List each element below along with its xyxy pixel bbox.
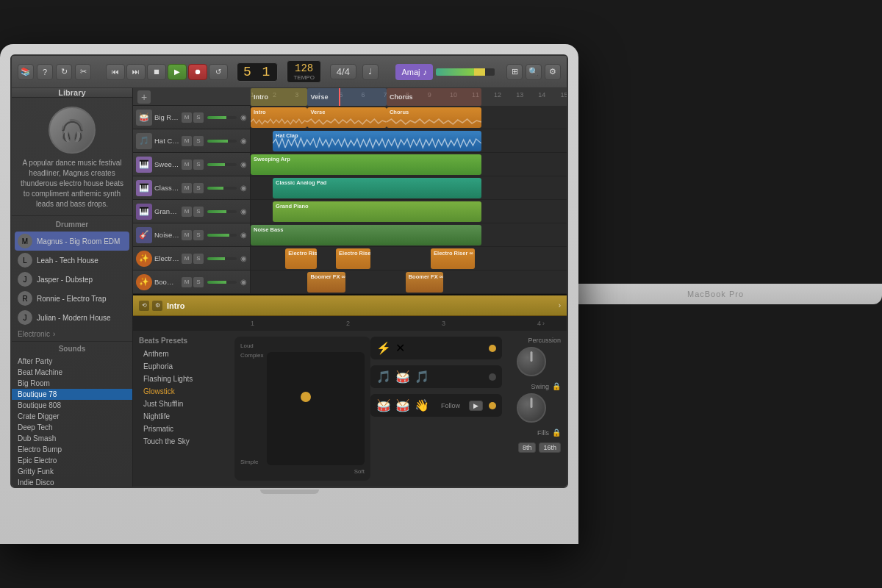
track-mute-btn[interactable]: M	[182, 207, 192, 217]
library-btn[interactable]: 📚	[18, 64, 34, 80]
sound-epic-electro[interactable]: Epic Electro	[12, 455, 132, 466]
cymbal-dot[interactable]	[489, 373, 496, 381]
clip-big-room-chorus[interactable]: Chorus	[387, 107, 481, 128]
track-output-icon: ◉	[240, 231, 247, 239]
track-mute-btn[interactable]: M	[182, 159, 192, 170]
sound-gritty-funk[interactable]: Gritty Funk	[12, 466, 132, 477]
track-solo-btn[interactable]: S	[193, 254, 204, 264]
fast-forward-btn[interactable]: ⏭	[126, 64, 146, 80]
track-solo-btn[interactable]: S	[193, 183, 204, 193]
help-btn[interactable]: ?	[37, 64, 53, 80]
track-volume-noise-bass	[207, 234, 237, 237]
preset-anthem[interactable]: Anthem	[139, 348, 234, 360]
instrument-cymbals[interactable]: 🎵 🥁 🎵	[370, 365, 502, 388]
track-solo-btn[interactable]: S	[193, 277, 204, 287]
clip-boomer-fx-2[interactable]: Boomer FX ∞	[406, 272, 444, 293]
sound-deep-tech[interactable]: Deep Tech	[12, 422, 132, 433]
sound-dub-smash[interactable]: Dub Smash	[12, 433, 132, 444]
sync-btn[interactable]: ↻	[56, 64, 72, 80]
drummer-pad[interactable]: Loud Complex Simple	[234, 337, 370, 481]
track-mute-btn[interactable]: M	[182, 230, 192, 240]
stop-btn[interactable]: ⏹	[147, 64, 166, 80]
kick-dot[interactable]	[489, 402, 496, 409]
drummer-item-julian[interactable]: J Julian - Modern House	[15, 308, 129, 327]
search-btn[interactable]: 🔍	[526, 64, 542, 80]
drummer-item-ronnie[interactable]: R Ronnie - Electro Trap	[15, 289, 129, 308]
play-btn[interactable]: ▶	[168, 64, 187, 80]
rewind-btn[interactable]: ⏮	[106, 64, 125, 80]
de-icon-settings[interactable]: ⚙	[152, 301, 162, 311]
clip-analog-pad[interactable]: Classic Analog Pad	[273, 178, 481, 198]
preset-euphoria[interactable]: Euphoria	[139, 360, 234, 373]
view-btn[interactable]: ⊞	[506, 64, 523, 80]
sound-boutique-808[interactable]: Boutique 808	[12, 400, 132, 411]
clip-hat-clap[interactable]: Hat Clap	[273, 131, 481, 151]
drummer-item-jasper[interactable]: J Jasper - Dubstep	[15, 270, 129, 289]
tracks-scroll[interactable]: 🥁 Big Room (Magnus) M S ◉	[133, 106, 567, 294]
track-clips-noise-bass[interactable]: Noise Bass	[251, 223, 567, 246]
preset-nightlife[interactable]: Nightlife	[139, 410, 234, 423]
track-solo-btn[interactable]: S	[193, 159, 204, 170]
sound-electro-bump[interactable]: Electro Bump	[12, 444, 132, 455]
follow-toggle[interactable]: ▶	[469, 401, 483, 411]
track-solo-btn[interactable]: S	[193, 207, 204, 217]
clip-big-room-verse[interactable]: Verse	[307, 107, 387, 128]
track-solo-btn[interactable]: S	[193, 136, 204, 146]
clip-boomer-fx-1[interactable]: Boomer FX ∞	[307, 272, 345, 293]
track-clips-hat-clap[interactable]: Hat Clap	[251, 129, 567, 152]
sound-crate-digger[interactable]: Crate Digger	[12, 411, 132, 422]
track-clips-grand-piano[interactable]: Grand Piano	[251, 200, 567, 223]
sound-big-room[interactable]: Big Room	[12, 378, 132, 389]
sound-indie-disco[interactable]: Indie Disco	[12, 477, 132, 487]
track-solo-btn[interactable]: S	[193, 112, 204, 123]
add-track-button[interactable]: +	[137, 90, 151, 104]
sixteenth-note-btn[interactable]: 16th	[539, 442, 561, 453]
track-mute-btn[interactable]: M	[182, 112, 192, 123]
sound-beat-machine[interactable]: Beat Machine	[12, 367, 132, 378]
percussion-dot[interactable]	[489, 345, 496, 352]
preset-flashing-lights[interactable]: Flashing Lights	[139, 373, 234, 385]
de-icon-loop[interactable]: ⟲	[139, 301, 149, 311]
track-mute-btn[interactable]: M	[182, 277, 192, 287]
track-clips-electro-riser[interactable]: Electro Riser Electro Riser ∞ Electro Ri…	[251, 247, 567, 270]
sound-after-party[interactable]: After Party	[12, 356, 132, 367]
clip-big-room-intro[interactable]: Intro	[251, 107, 307, 128]
clip-grand-piano[interactable]: Grand Piano	[273, 201, 481, 222]
record-btn[interactable]: ⏺	[188, 64, 207, 80]
preset-glowstick[interactable]: Glowstick	[139, 385, 234, 398]
percussion-knob[interactable]	[517, 347, 546, 376]
category-label[interactable]: Electronic ›	[12, 327, 132, 341]
time-signature[interactable]: 4/4	[330, 64, 356, 79]
drummer-item-magnus[interactable]: M Magnus - Big Room EDM	[15, 232, 129, 251]
clip-sweeping-arp[interactable]: Sweeping Arp	[251, 154, 481, 175]
cycle-btn[interactable]: ↺	[209, 64, 228, 80]
track-mute-btn[interactable]: M	[182, 183, 192, 193]
preset-just-shufflin[interactable]: Just Shufflin	[139, 398, 234, 410]
eighth-note-btn[interactable]: 8th	[518, 442, 537, 453]
tempo-display[interactable]: 128 TEMPO	[287, 60, 320, 83]
track-mute-btn[interactable]: M	[182, 254, 192, 264]
pad-grid[interactable]	[267, 352, 365, 465]
drummer-item-leah[interactable]: L Leah - Tech House	[15, 251, 129, 270]
track-mute-btn[interactable]: M	[182, 136, 192, 146]
instrument-kick-snare[interactable]: 🥁 🥁 👋 Follow ▶	[370, 394, 502, 417]
master-key[interactable]: Amaj ♪	[395, 64, 433, 80]
sound-boutique-78[interactable]: Boutique 78	[12, 389, 132, 400]
preset-prismatic[interactable]: Prismatic	[139, 423, 234, 435]
de-right-arrow[interactable]: ›	[559, 301, 561, 309]
clip-electro-riser-1[interactable]: Electro Riser	[285, 248, 317, 269]
clip-noise-bass[interactable]: Noise Bass	[251, 225, 481, 245]
scissors-btn[interactable]: ✂	[75, 64, 91, 80]
instrument-percussion[interactable]: ⚡ ✕	[370, 337, 502, 359]
swing-knob[interactable]	[517, 393, 546, 423]
tune-btn[interactable]: ♩	[362, 64, 379, 80]
track-clips-sweeping-arp[interactable]: Sweeping Arp	[251, 153, 567, 176]
smart-btn[interactable]: ⚙	[545, 64, 561, 80]
preset-touch-the-sky[interactable]: Touch the Sky	[139, 435, 234, 448]
clip-electro-riser-2[interactable]: Electro Riser ∞	[336, 248, 370, 269]
track-clips-boomer-fx[interactable]: Boomer FX ∞ Boomer FX ∞	[251, 270, 567, 293]
clip-electro-riser-3[interactable]: Electro Riser ∞	[431, 248, 475, 269]
track-solo-btn[interactable]: S	[193, 230, 204, 240]
track-clips-analog-pad[interactable]: Classic Analog Pad	[251, 176, 567, 199]
track-clips-big-room[interactable]: Intro Verse Chorus	[251, 106, 567, 129]
